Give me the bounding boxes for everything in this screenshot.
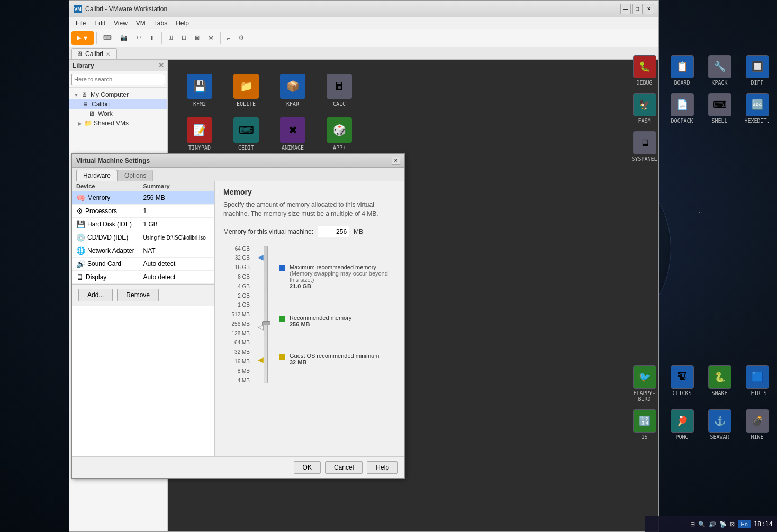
cddvd-hw-icon: 💿 <box>76 233 85 242</box>
desktop-icon-board[interactable]: 📋 BOARD <box>665 53 699 88</box>
vm-icon-kfm2[interactable]: 💾 KFM2 <box>178 70 221 110</box>
guest-min-dot <box>279 354 285 360</box>
library-search-input[interactable] <box>71 74 165 85</box>
vm-icon-kfar[interactable]: 📦 KFAR <box>272 70 314 110</box>
shell-icon: ⌨ <box>708 93 731 116</box>
tinypad-icon: 📝 <box>187 117 212 143</box>
settings-button[interactable]: ⚙ <box>235 31 248 45</box>
seawar-label: SEAWAR <box>710 434 729 440</box>
hardware-row-hdd[interactable]: 💾Hard Disk (IDE) 1 GB <box>72 218 214 231</box>
suspend-button[interactable]: ⏸ <box>146 31 159 45</box>
tree-item-work[interactable]: 🖥 Work <box>69 109 167 118</box>
fullscreen-button[interactable]: ⊠ <box>191 31 203 45</box>
memory-device-label: Memory <box>87 194 110 201</box>
desktop-icon-seawar[interactable]: ⚓ SEAWAR <box>702 407 737 442</box>
desktop-icon-mine[interactable]: 💣 MINE <box>740 407 774 442</box>
vm-icon-eqlite[interactable]: 📁 EQLITE <box>225 70 267 110</box>
desktop-icon-diff[interactable]: 🔲 DIFF <box>740 53 774 88</box>
vm-icon-cedit[interactable]: ⌨ CEDIT <box>225 114 267 154</box>
snake-label: SNAKE <box>711 390 727 396</box>
ok-button[interactable]: OK <box>294 461 321 474</box>
hardware-row-memory[interactable]: 🧠Memory 256 MB <box>72 191 214 205</box>
pong-label: PONG <box>675 434 688 440</box>
desktop-icon-fasm[interactable]: 🦅 FASM <box>627 91 662 126</box>
terminal-button[interactable]: ⌐ <box>223 31 234 45</box>
hardware-row-cddvd[interactable]: 💿CD/DVD (IDE) Using file D:\ISO\kolibri.… <box>72 231 214 244</box>
shell-label: SHELL <box>711 118 727 124</box>
scale-button[interactable]: ⊟ <box>178 31 190 45</box>
tray-icon-1: ⊟ <box>690 521 695 528</box>
hardware-row-network[interactable]: 🌐Network Adapter NAT <box>72 244 214 258</box>
menu-file[interactable]: File <box>71 19 90 28</box>
memory-value-input[interactable] <box>318 226 349 237</box>
power-button[interactable]: ▶ ▼ <box>71 31 94 45</box>
help-button[interactable]: Help <box>367 461 398 474</box>
menu-edit[interactable]: Edit <box>90 19 110 28</box>
dialog-tab-options[interactable]: Options <box>118 170 153 181</box>
memory-slider-track[interactable]: ◀ ◁ ◀ <box>264 246 268 383</box>
memory-slider-thumb[interactable] <box>262 321 270 325</box>
kpack-label: KPACK <box>711 80 727 86</box>
add-button[interactable]: Add... <box>78 289 113 301</box>
memory-description: Specify the amount of memory allocated t… <box>223 200 396 218</box>
menu-vm[interactable]: VM <box>132 19 150 28</box>
tab-calibri[interactable]: 🖥 Calibri ✕ <box>71 48 117 59</box>
dialog-tab-hardware[interactable]: Hardware <box>76 170 118 181</box>
cancel-button[interactable]: Cancel <box>325 461 363 474</box>
minimize-button[interactable]: — <box>620 4 631 14</box>
menu-help[interactable]: Help <box>171 19 193 28</box>
recommended-value: 256 MB <box>290 321 351 327</box>
tree-item-my-computer[interactable]: ▼ 🖥 My Computer <box>69 90 167 99</box>
tree-label-shared: Shared VMs <box>94 120 129 127</box>
hardware-row-processors[interactable]: ⚙Processors 1 <box>72 205 214 218</box>
desktop-icon-syspanel[interactable]: 🖥 SYSPANEL <box>627 129 662 164</box>
library-close-icon[interactable]: ✕ <box>158 61 164 69</box>
recommended-dot <box>279 316 285 322</box>
memory-for-vm-label: Memory for this virtual machine: <box>223 228 313 235</box>
hardware-row-display[interactable]: 🖥Display Auto detect <box>72 271 214 284</box>
desktop-icon-snake[interactable]: 🐍 SNAKE <box>702 363 737 404</box>
desktop-icon-flappy[interactable]: 🐦 FLAPPY-BIRD <box>627 363 662 404</box>
menu-view[interactable]: View <box>110 19 132 28</box>
tree-item-shared-vms[interactable]: ▶ 📁 Shared VMs <box>69 118 167 128</box>
desktop-icon-15[interactable]: 🔢 15 <box>627 407 662 442</box>
animage-label: ANIMAGE <box>282 145 304 151</box>
desktop-icon-tetris[interactable]: 🟦 TETRIS <box>740 363 774 404</box>
desktop-icon-debug[interactable]: 🐛 DEBUG <box>627 53 662 88</box>
language-badge[interactable]: En <box>738 520 750 528</box>
tab-close-icon[interactable]: ✕ <box>106 51 110 57</box>
kfm2-label: KFM2 <box>193 101 206 107</box>
vm-icon-calc[interactable]: 🖩 CALC <box>318 70 360 110</box>
remove-button[interactable]: Remove <box>117 289 159 301</box>
unity-button[interactable]: ⋈ <box>204 31 218 45</box>
dialog-close-button[interactable]: ✕ <box>392 157 400 165</box>
view-button[interactable]: ⊞ <box>165 31 177 45</box>
cedit-label: CEDIT <box>238 145 254 151</box>
tree-item-calibri[interactable]: 🖥 Calibri <box>69 99 167 109</box>
vm-icon-animage[interactable]: ✖ ANIMAGE <box>272 114 314 154</box>
vm-icon-appplus[interactable]: 🎲 APP+ <box>318 114 360 154</box>
desktop-icon-pong[interactable]: 🏓 PONG <box>665 407 699 442</box>
mine-icon: 💣 <box>746 409 769 433</box>
tetris-icon: 🟦 <box>746 365 769 389</box>
send-keys-button[interactable]: ⌨ <box>100 31 115 45</box>
revert-button[interactable]: ↩ <box>132 31 144 45</box>
memory-hw-icon: 🧠 <box>76 194 85 202</box>
desktop-icon-clicks[interactable]: 🏗 CLICKS <box>665 363 699 404</box>
snapshot-button[interactable]: 📷 <box>116 31 131 45</box>
tray-icon-2: 🔍 <box>698 521 706 528</box>
hardware-actions: Add... Remove <box>72 284 214 306</box>
hardware-row-soundcard[interactable]: 🔊Sound Card Auto detect <box>72 258 214 271</box>
desktop-icon-docpack[interactable]: 📄 DOCPACK <box>665 91 699 126</box>
vm-icon-tinypad[interactable]: 📝 TINYPAD <box>178 114 221 154</box>
mem-64gb: 64 GB <box>223 246 250 252</box>
menu-tabs[interactable]: Tabs <box>150 19 171 28</box>
close-button[interactable]: ✕ <box>644 4 654 14</box>
desktop-icon-hexedit[interactable]: 🔤 HEXEDIT. <box>740 91 774 126</box>
game-icons: 🐦 FLAPPY-BIRD 🏗 CLICKS 🐍 SNAKE 🟦 TETRIS … <box>627 360 774 442</box>
desktop-icon-shell[interactable]: ⌨ SHELL <box>702 91 737 126</box>
desktop-icon-kpack[interactable]: 🔧 KPACK <box>702 53 737 88</box>
maximize-button[interactable]: □ <box>632 4 643 14</box>
cedit-icon: ⌨ <box>233 117 259 143</box>
mem-64mb: 64 MB <box>223 340 250 345</box>
